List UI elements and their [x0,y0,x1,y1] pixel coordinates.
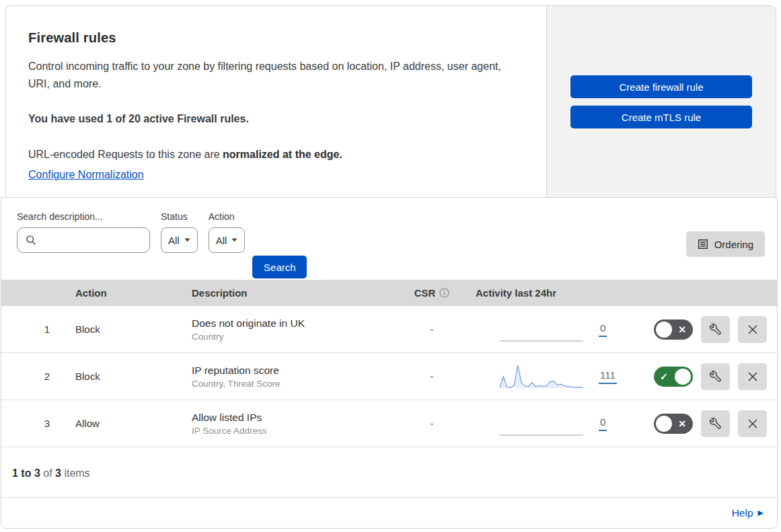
rule-controls: ✕ ✓ [630,316,777,343]
activity-column-header: Activity last 24hr [466,287,630,299]
status-label: Status [161,211,198,222]
rule-csr-value: - [398,418,466,429]
rule-description[interactable]: Does not originate in UK [192,317,398,330]
filter-bar: Search description... Status All Action [1,198,777,280]
activity-count-link[interactable]: 0 [599,322,607,337]
table-row: 1 Block Does not originate in UK Country… [1,306,777,353]
firewall-rules-table-widget: Search description... Status All Action [1,197,778,529]
wrench-icon [710,324,721,335]
table-row: 3 Allow Allow listed IPs IP Source Addre… [1,400,777,447]
csr-column-header: CSR [398,287,466,299]
firewall-rules-header-widget: Firewall rules Control incoming traffic … [5,5,776,197]
toggle-off-x-icon: ✕ [678,419,686,428]
search-icon [26,235,36,245]
help-row: Help ▶ [1,497,777,528]
activity-sparkline [499,313,583,345]
rule-csr-value: - [398,324,466,335]
rule-fields: IP Source Address [192,426,398,436]
summary-items: items [61,467,90,479]
wrench-icon [710,418,721,429]
rule-description-cell: Does not originate in UK Country [192,317,398,342]
rule-activity-cell: 0 [466,313,630,345]
chevron-down-icon [184,238,190,242]
status-dropdown-value: All [168,235,180,246]
ordering-button-label: Ordering [714,239,753,250]
search-input[interactable] [42,230,149,250]
toggle-on-check-icon: ✓ [660,372,668,381]
rule-priority: 3 [1,418,65,429]
header-card: Firewall rules Control incoming traffic … [6,6,547,197]
configure-normalization-link[interactable]: Configure Normalization [28,169,144,181]
pagination-summary: 1 to 3 of 3 items [1,447,777,497]
rule-action: Block [65,324,192,335]
ordering-list-icon [698,239,708,250]
rule-activity-cell: 111 [466,360,630,392]
table-row: 2 Block IP reputation score Country, Thr… [1,353,777,400]
summary-total: 3 [55,467,61,479]
rule-controls: ✕ ✓ [630,363,777,390]
summary-of: of [40,467,55,479]
activity-count-link[interactable]: 111 [599,369,617,384]
help-link[interactable]: Help ▶ [732,507,764,519]
create-firewall-rule-button[interactable]: Create firewall rule [570,75,752,98]
status-dropdown[interactable]: All [161,227,198,253]
search-button[interactable]: Search [252,256,307,278]
rule-controls: ✕ ✓ [630,410,777,437]
rule-description-cell: Allow listed IPs IP Source Address [192,412,398,436]
action-dropdown[interactable]: All [209,227,246,253]
rule-action: Allow [65,418,192,429]
close-icon [747,371,758,382]
toggle-off-x-icon: ✕ [678,325,686,334]
rule-description[interactable]: Allow listed IPs [192,412,398,424]
delete-rule-button[interactable] [738,316,767,343]
search-label: Search description... [17,211,150,222]
create-mtls-rule-button[interactable]: Create mTLS rule [570,106,752,128]
rule-enabled-toggle[interactable]: ✕ ✓ [654,319,693,340]
ordering-button[interactable]: Ordering [686,231,765,257]
rule-priority: 1 [1,324,65,335]
rule-description-cell: IP reputation score Country, Threat Scor… [192,365,398,389]
toggle-knob [675,369,691,385]
table-header: Action Description CSR Activity last 24h… [1,280,777,306]
action-column-header: Action [65,287,192,299]
description-column-header: Description [192,287,398,299]
actions-panel: Create firewall rule Create mTLS rule [547,6,776,197]
search-box[interactable] [17,227,150,253]
edit-rule-button[interactable] [701,316,730,343]
page-title: Firewall rules [28,30,519,46]
action-label: Action [209,211,246,222]
info-icon[interactable] [439,288,449,298]
rule-activity-cell: 0 [466,408,630,439]
chevron-down-icon [231,238,237,242]
rule-enabled-toggle[interactable]: ✕ ✓ [654,414,693,434]
wrench-icon [710,371,721,382]
delete-rule-button[interactable] [738,363,767,390]
close-icon [747,324,758,335]
normalization-prefix: URL-encoded Requests to this zone are [28,149,223,160]
toggle-knob [656,321,672,338]
action-dropdown-value: All [216,235,227,246]
rules-usage-text: You have used 1 of 20 active Firewall ru… [28,110,519,128]
csr-column-label: CSR [414,287,436,299]
delete-rule-button[interactable] [738,410,767,437]
activity-count-link[interactable]: 0 [599,416,607,431]
activity-sparkline [499,360,583,392]
close-icon [747,418,758,429]
rule-fields: Country, Threat Score [192,379,398,389]
rule-csr-value: - [398,371,466,382]
toggle-knob [656,416,672,432]
rule-priority: 2 [1,371,65,382]
rule-action: Block [65,371,192,382]
help-link-label: Help [732,507,753,519]
edit-rule-button[interactable] [701,410,730,437]
rule-enabled-toggle[interactable]: ✕ ✓ [654,367,693,387]
arrow-right-icon: ▶ [758,508,764,517]
edit-rule-button[interactable] [701,363,730,390]
normalization-text: URL-encoded Requests to this zone are no… [28,146,519,163]
activity-sparkline [499,408,583,439]
page-description: Control incoming traffic to your zone by… [28,58,519,92]
normalization-bold: normalized at the edge. [223,149,342,160]
rule-fields: Country [192,332,398,342]
rule-description[interactable]: IP reputation score [192,365,398,377]
summary-range: 1 to 3 [12,467,40,479]
